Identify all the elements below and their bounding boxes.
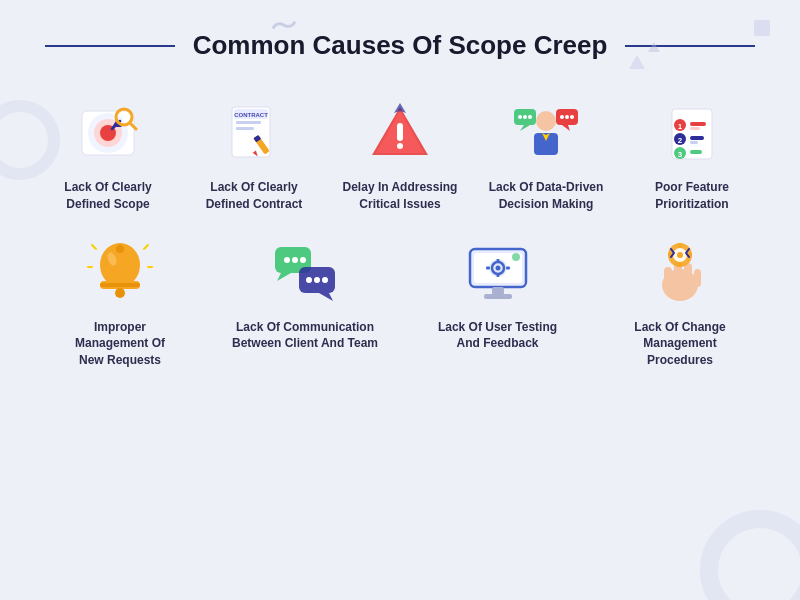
svg-point-32 — [565, 115, 569, 119]
label-decision: Lack Of Data-DrivenDecision Making — [489, 179, 604, 213]
svg-point-29 — [523, 115, 527, 119]
svg-rect-83 — [694, 269, 701, 287]
svg-point-30 — [528, 115, 532, 119]
title-line-right — [625, 45, 755, 47]
svg-rect-76 — [486, 266, 490, 269]
svg-rect-75 — [496, 273, 499, 277]
label-critical: Delay In AddressingCritical Issues — [343, 179, 458, 213]
svg-rect-42 — [690, 136, 704, 140]
svg-rect-80 — [664, 267, 672, 289]
icon-chat — [269, 237, 341, 309]
svg-rect-43 — [690, 141, 698, 144]
label-communication: Lack Of CommunicationBetween Client And … — [232, 319, 378, 353]
svg-text:3: 3 — [678, 150, 683, 159]
svg-point-20 — [397, 143, 403, 149]
card-prioritization: 1 2 3 Poor FeaturePrioritization — [624, 97, 760, 213]
svg-point-61 — [284, 257, 290, 263]
icon-decision — [510, 97, 582, 169]
card-contract: CONTRACT Lack Of ClearlyDefined Contract — [186, 97, 322, 213]
label-prioritization: Poor FeaturePrioritization — [655, 179, 729, 213]
title-line-left — [45, 45, 175, 47]
card-critical: Delay In AddressingCritical Issues — [332, 97, 468, 213]
svg-rect-88 — [678, 262, 682, 267]
icon-contract: CONTRACT — [218, 97, 290, 169]
svg-point-33 — [570, 115, 574, 119]
bg-circle-right — [700, 510, 800, 600]
icon-prioritization: 1 2 3 — [656, 97, 728, 169]
svg-rect-19 — [397, 123, 403, 141]
card-scope: Lack Of ClearlyDefined Scope — [40, 97, 176, 213]
svg-marker-60 — [319, 293, 333, 301]
label-change: Lack Of ChangeManagementProcedures — [634, 319, 725, 369]
label-testing: Lack Of User TestingAnd Feedback — [438, 319, 557, 353]
svg-rect-69 — [492, 287, 504, 295]
page-title: Common Causes Of Scope Creep — [193, 30, 608, 61]
icon-scope — [72, 97, 144, 169]
card-decision: Lack Of Data-DrivenDecision Making — [478, 97, 614, 213]
svg-point-50 — [115, 288, 125, 298]
svg-text:2: 2 — [678, 136, 683, 145]
svg-point-64 — [306, 277, 312, 283]
svg-rect-39 — [690, 127, 700, 130]
svg-text:CONTRACT: CONTRACT — [234, 112, 268, 118]
svg-rect-70 — [484, 294, 512, 299]
svg-point-65 — [314, 277, 320, 283]
svg-rect-77 — [506, 266, 510, 269]
card-change: Lack Of ChangeManagementProcedures — [603, 237, 758, 369]
bg-triangle-1 — [629, 55, 645, 69]
svg-marker-25 — [520, 125, 530, 131]
svg-line-54 — [144, 245, 148, 249]
label-scope: Lack Of ClearlyDefined Scope — [64, 179, 151, 213]
main-container: Common Causes Of Scope Creep — [0, 0, 800, 413]
svg-rect-46 — [690, 150, 702, 154]
bg-triangle-2 — [648, 42, 660, 52]
svg-rect-51 — [116, 245, 124, 253]
svg-point-73 — [495, 265, 500, 270]
row-2: ImproperManagement OfNew Requests — [40, 237, 760, 369]
svg-rect-82 — [684, 263, 692, 287]
card-communication: Lack Of CommunicationBetween Client And … — [218, 237, 393, 369]
svg-point-66 — [322, 277, 328, 283]
card-testing: Lack Of User TestingAnd Feedback — [413, 237, 583, 369]
label-requests: ImproperManagement OfNew Requests — [75, 319, 165, 369]
icon-hand — [644, 237, 716, 309]
svg-rect-74 — [496, 259, 499, 263]
icon-critical — [364, 97, 436, 169]
svg-line-53 — [92, 245, 96, 249]
icon-monitor — [462, 237, 534, 309]
svg-point-22 — [536, 111, 556, 131]
icon-bell — [84, 237, 156, 309]
svg-point-63 — [300, 257, 306, 263]
svg-point-86 — [677, 252, 683, 258]
bg-dots — [754, 20, 770, 36]
svg-point-28 — [518, 115, 522, 119]
svg-rect-38 — [690, 122, 706, 126]
row-1: Lack Of ClearlyDefined Scope CONTRACT — [40, 97, 760, 213]
card-requests: ImproperManagement OfNew Requests — [43, 237, 198, 369]
svg-rect-10 — [236, 121, 261, 124]
svg-marker-27 — [562, 125, 570, 131]
label-contract: Lack Of ClearlyDefined Contract — [206, 179, 303, 213]
svg-rect-11 — [236, 127, 254, 130]
svg-rect-49 — [100, 283, 140, 287]
svg-point-78 — [512, 253, 520, 261]
svg-marker-58 — [277, 273, 291, 281]
svg-rect-87 — [678, 243, 682, 248]
svg-text:1: 1 — [678, 122, 683, 131]
svg-point-62 — [292, 257, 298, 263]
svg-point-31 — [560, 115, 564, 119]
